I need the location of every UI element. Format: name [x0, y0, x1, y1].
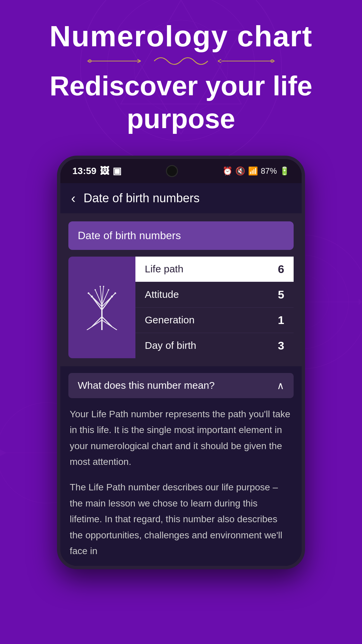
- explanation-paragraph-1: Your Life Path number represents the pat…: [70, 406, 292, 470]
- svg-point-42: [103, 286, 104, 287]
- gallery-icon: 🖼: [100, 165, 109, 176]
- svg-point-36: [111, 296, 113, 298]
- camera-notch: [166, 165, 178, 177]
- svg-point-38: [115, 292, 116, 294]
- generation-label: Generation: [145, 314, 194, 326]
- svg-point-35: [91, 296, 93, 298]
- numbers-list: Life path 6 Attitude 5 Generation 1: [135, 257, 294, 358]
- battery-icon: 🔋: [280, 166, 290, 176]
- number-row-generation[interactable]: Generation 1: [135, 308, 294, 333]
- explanation-paragraph-2: The Life Path number describes our life …: [70, 479, 292, 559]
- number-row-attitude[interactable]: Attitude 5: [135, 282, 294, 308]
- page-subtitle: Rediscover your life purpose: [13, 69, 349, 149]
- section-header: Date of birth numbers: [68, 221, 294, 250]
- back-button[interactable]: ‹: [71, 192, 75, 205]
- svg-line-34: [102, 320, 117, 330]
- screen-record-icon: ▣: [113, 165, 121, 176]
- app-title: Numerology chart: [13, 20, 349, 53]
- svg-line-33: [87, 320, 102, 330]
- number-row-day-of-birth[interactable]: Day of birth 3: [135, 333, 294, 358]
- nav-title: Date of birth numbers: [83, 191, 199, 205]
- phone-mockup: 13:59 🖼 ▣ ⏰ 🔇 📶 87% 🔋 ‹ Date of birth nu…: [57, 156, 305, 569]
- explanation-body: Your Life Path number represents the pat…: [68, 406, 294, 559]
- svg-point-40: [108, 289, 109, 290]
- phone-content: Date of birth numbers: [60, 213, 302, 366]
- chevron-up-icon: ∧: [277, 380, 284, 391]
- life-path-value: 6: [278, 263, 284, 276]
- svg-point-41: [100, 286, 101, 287]
- svg-point-37: [88, 292, 89, 294]
- explanation-section: What does this number mean? ∧ Your Life …: [60, 366, 302, 566]
- nav-bar: ‹ Date of birth numbers: [60, 183, 302, 213]
- svg-line-20: [218, 59, 221, 61]
- status-time: 13:59: [72, 166, 97, 176]
- day-of-birth-label: Day of birth: [145, 340, 196, 351]
- expand-bar-label: What does this number mean?: [78, 380, 215, 391]
- number-row-life-path[interactable]: Life path 6: [135, 257, 294, 282]
- numbers-grid: Life path 6 Attitude 5 Generation 1: [68, 257, 294, 358]
- generation-value: 1: [278, 314, 284, 327]
- battery-text: 87%: [261, 166, 277, 176]
- tree-of-life-icon: [82, 283, 122, 331]
- svg-point-39: [95, 289, 96, 290]
- life-path-label: Life path: [145, 263, 183, 275]
- icon-panel: [68, 257, 135, 358]
- wifi-icon: 📶: [248, 166, 258, 176]
- mute-icon: 🔇: [235, 166, 245, 176]
- svg-line-21: [218, 61, 221, 63]
- attitude-value: 5: [278, 288, 284, 301]
- status-bar: 13:59 🖼 ▣ ⏰ 🔇 📶 87% 🔋: [60, 159, 302, 183]
- attitude-label: Attitude: [145, 289, 179, 300]
- day-of-birth-value: 3: [278, 339, 284, 352]
- section-header-text: Date of birth numbers: [78, 229, 181, 241]
- alarm-icon: ⏰: [223, 166, 233, 176]
- expand-bar[interactable]: What does this number mean? ∧: [68, 373, 294, 398]
